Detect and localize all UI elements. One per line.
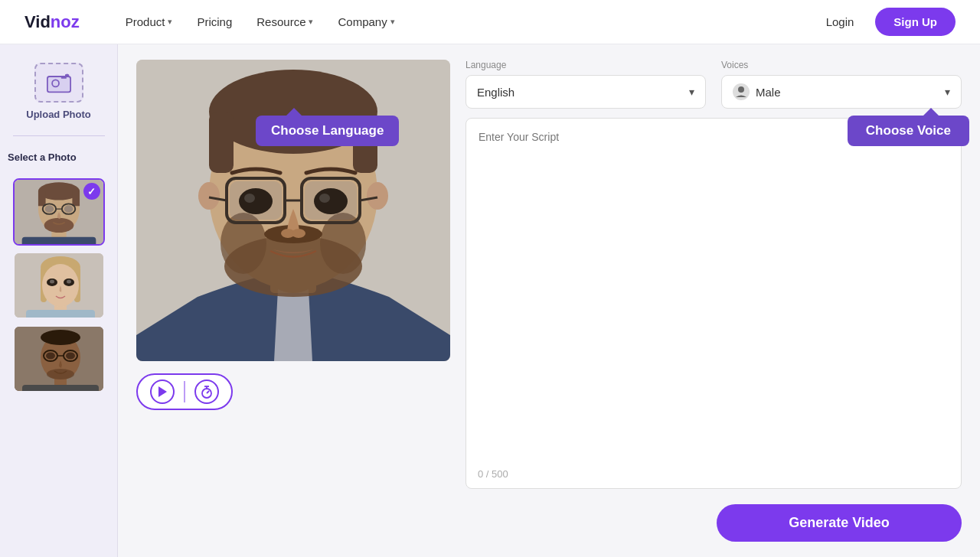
- svg-rect-9: [72, 191, 80, 206]
- svg-rect-29: [22, 385, 99, 393]
- svg-point-57: [239, 188, 273, 214]
- upload-photo-icon: [47, 72, 71, 93]
- photo-thumb-2[interactable]: [13, 252, 105, 319]
- sidebar-divider: [13, 135, 105, 136]
- controls-bar: [136, 373, 450, 410]
- svg-point-60: [319, 194, 330, 203]
- script-area: 0 / 500: [466, 118, 962, 489]
- svg-point-31: [41, 330, 80, 345]
- main-layout: Upload Photo Select a Photo: [0, 44, 980, 557]
- face-avatar-3: [15, 327, 105, 393]
- svg-point-36: [66, 353, 75, 360]
- select-photo-label: Select a Photo: [0, 151, 77, 163]
- generate-video-button[interactable]: Generate Video: [717, 504, 962, 542]
- nav-product[interactable]: Product ▾: [116, 11, 182, 33]
- nav-pricing[interactable]: Pricing: [188, 11, 241, 33]
- voices-chevron-icon: ▾: [945, 86, 950, 98]
- nav-resource-label: Resource: [256, 15, 305, 28]
- nav-product-label: Product: [126, 15, 165, 28]
- svg-point-45: [367, 182, 388, 210]
- generate-row: Generate Video: [466, 498, 962, 542]
- photo-thumb-1[interactable]: ✓: [13, 178, 105, 246]
- nav-pricing-label: Pricing: [197, 15, 232, 28]
- language-dropdown[interactable]: English ▾: [466, 75, 706, 109]
- chevron-down-icon: ▾: [168, 17, 172, 27]
- svg-point-25: [50, 280, 54, 284]
- logo[interactable]: Vidnoz: [24, 12, 80, 32]
- language-label: Language: [466, 60, 706, 70]
- preview-image: [136, 60, 450, 361]
- svg-point-44: [198, 182, 220, 210]
- face-avatar-2: [15, 253, 105, 319]
- chevron-down-icon: ▾: [309, 17, 313, 27]
- upload-photo-button[interactable]: Upload Photo: [26, 63, 91, 120]
- controls-divider: [184, 381, 185, 402]
- svg-rect-18: [26, 310, 95, 319]
- signup-button[interactable]: Sign Up: [875, 8, 956, 36]
- voices-dropdown-left: Male: [733, 83, 781, 100]
- play-button[interactable]: [150, 379, 175, 404]
- svg-line-67: [207, 391, 209, 393]
- svg-rect-5: [21, 237, 96, 246]
- timer-button[interactable]: [194, 379, 219, 404]
- login-button[interactable]: Login: [814, 9, 867, 34]
- main-face-preview: [136, 60, 450, 361]
- script-counter: 0 / 500: [478, 468, 508, 480]
- svg-point-58: [314, 188, 348, 214]
- language-selector-group: Language English ▾: [466, 60, 706, 109]
- svg-point-2: [65, 73, 68, 77]
- upload-photo-label: Upload Photo: [26, 109, 91, 120]
- header-actions: Login Sign Up: [814, 8, 956, 36]
- selectors-row: Language English ▾ Voices: [466, 60, 962, 109]
- voices-value: Male: [756, 86, 781, 99]
- svg-point-62: [292, 229, 305, 238]
- voices-selector-group: Voices Male ▾: [721, 60, 962, 109]
- svg-point-14: [44, 205, 54, 213]
- svg-point-68: [738, 86, 744, 93]
- svg-marker-63: [158, 386, 167, 397]
- nav-resource[interactable]: Resource ▾: [247, 11, 322, 33]
- sidebar: Upload Photo Select a Photo: [0, 44, 118, 557]
- voices-dropdown[interactable]: Male ▾: [721, 75, 962, 109]
- chevron-down-icon: ▾: [390, 17, 395, 27]
- language-chevron-icon: ▾: [689, 86, 694, 98]
- svg-point-10: [44, 218, 74, 233]
- playback-controls: [136, 373, 233, 410]
- svg-point-35: [46, 353, 55, 360]
- upload-icon-box: [34, 63, 83, 103]
- tooltip-choose-voice: Choose Voice: [848, 116, 969, 146]
- selected-check-icon: ✓: [83, 183, 100, 200]
- svg-point-15: [64, 205, 73, 213]
- svg-point-26: [67, 280, 71, 284]
- voices-label: Voices: [721, 60, 962, 70]
- content-area: Language English ▾ Voices: [118, 44, 980, 557]
- language-value: English: [477, 86, 514, 99]
- header: Vidnoz Product ▾ Pricing Resource ▾ Comp…: [0, 0, 980, 44]
- logo-noz: noz: [51, 12, 80, 32]
- svg-point-59: [244, 194, 255, 203]
- voice-person-icon: [733, 83, 750, 100]
- logo-vid: Vid: [24, 12, 51, 32]
- script-textarea[interactable]: [466, 118, 962, 489]
- nav-company-label: Company: [338, 15, 387, 28]
- photo-thumb-3[interactable]: [13, 325, 105, 393]
- svg-point-37: [47, 369, 74, 379]
- nav-company[interactable]: Company ▾: [328, 11, 403, 33]
- nav: Product ▾ Pricing Resource ▾ Company ▾: [116, 11, 814, 33]
- tooltip-choose-language: Choose Language: [256, 116, 399, 146]
- svg-rect-8: [38, 191, 45, 206]
- svg-rect-42: [209, 112, 234, 173]
- photo-list: ✓: [5, 178, 113, 557]
